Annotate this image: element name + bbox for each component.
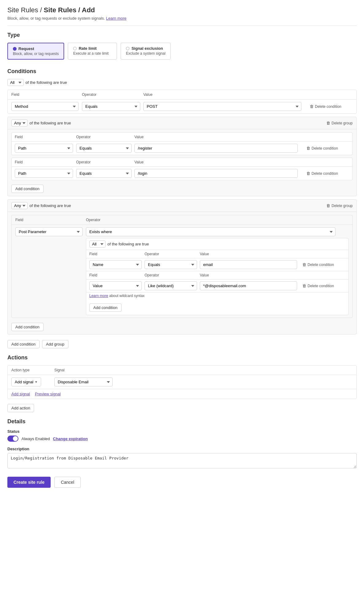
inner-row2-value-input[interactable] [200, 281, 297, 290]
signal-label: Signal [54, 368, 116, 372]
postparam-operator-select[interactable]: Exists where Equals [86, 227, 335, 236]
inner-row1-field-select[interactable]: Name Value [89, 260, 142, 269]
conditions-header: All Any of the following are true [7, 79, 357, 86]
postparam-header: Field Operator [12, 215, 352, 225]
group1-condition-row-2: Path Method Equals Contains 🗑 [12, 167, 352, 180]
learn-more-link[interactable]: Learn more [106, 16, 126, 21]
inner-row2-delete-button[interactable]: 🗑 Delete condition [302, 284, 334, 288]
main-add-condition-button[interactable]: Add condition [7, 340, 40, 348]
group1-any-select[interactable]: Any All [11, 119, 28, 127]
type-card-rate-limit-title: Rate limit [79, 46, 97, 51]
action-type-label: Action type [11, 368, 54, 372]
group1-row-header-2: Field Operator Value [12, 158, 352, 167]
top-delete-condition-button[interactable]: 🗑 Delete condition [310, 104, 341, 109]
group1-condition-table-2: Field Operator Value Path Method Equals … [11, 158, 353, 180]
type-card-rate-limit[interactable]: Rate limit Execute at a rate limit [68, 43, 117, 60]
toggle-knob [13, 436, 18, 441]
conditions-heading: Conditions [7, 68, 357, 75]
all-any-select-top[interactable]: All Any [7, 79, 24, 86]
actions-row: Add signal ▼ Disposable Email [8, 375, 356, 389]
add-action-button[interactable]: Add action [7, 404, 34, 412]
status-row: Always Enabled Change expiration [7, 436, 357, 442]
inner-row2-operator-select[interactable]: Like (wildcard) Equals [145, 281, 197, 290]
add-group-button[interactable]: Add group [42, 340, 68, 348]
group-2: Any All of the following are true 🗑 Dele… [7, 199, 357, 334]
description-textarea[interactable] [7, 453, 357, 468]
postparam-row: Post Parameter Path Method Exists where … [12, 225, 352, 318]
signal-select[interactable]: Disposable Email [54, 377, 113, 386]
group-1: Any All of the following are true 🗑 Dele… [7, 117, 357, 196]
group1-delete-button[interactable]: 🗑 Delete group [326, 121, 353, 125]
group2-add-condition-button[interactable]: Add condition [11, 323, 44, 331]
type-heading: Type [7, 32, 357, 38]
cancel-button[interactable]: Cancel [54, 477, 81, 488]
top-operator-select[interactable]: Equals Contains [82, 102, 140, 111]
type-card-signal-exclusion-desc: Exclude a system signal [126, 51, 165, 56]
trash-icon: 🗑 [310, 104, 314, 109]
page-title: Site Rules / Site Rules / Add [7, 6, 357, 14]
postparam-field-select[interactable]: Post Parameter Path Method [15, 227, 83, 236]
actions-heading: Actions [7, 354, 357, 361]
radio-signal-exclusion [126, 47, 130, 50]
inner-row1-value-input[interactable] [200, 260, 297, 269]
radio-rate-limit [73, 47, 77, 50]
wildcard-learn-more-link[interactable]: Learn more [89, 294, 108, 298]
group1-add-condition-button[interactable]: Add condition [11, 185, 44, 193]
group1-condition-row-1: Path Method Equals Contains 🗑 [12, 142, 352, 155]
group2-of-following: of the following are true [29, 203, 71, 208]
group-2-header: Any All of the following are true 🗑 Dele… [8, 200, 356, 212]
action-type-button[interactable]: Add signal ▼ [11, 377, 41, 386]
actions-links: Add signal Preview signal [8, 389, 356, 399]
trash-icon-g2: 🗑 [326, 203, 330, 208]
inner-row2-field-select[interactable]: Value Name [89, 281, 142, 290]
group2-delete-button[interactable]: 🗑 Delete group [326, 203, 353, 208]
inner-row-header-1: Field Operator Value [86, 250, 348, 258]
group2-any-select[interactable]: Any All [11, 202, 28, 209]
group-1-header: Any All of the following are true 🗑 Dele… [8, 117, 356, 129]
preview-signal-link[interactable]: Preview signal [35, 392, 61, 396]
top-field-select[interactable]: Method Path Post Parameter [11, 102, 79, 111]
group1-row-header-1: Field Operator Value [12, 133, 352, 142]
type-card-signal-exclusion-title: Signal exclusion [131, 46, 163, 51]
g1-row2-operator-select[interactable]: Equals Contains [76, 169, 132, 178]
inner-add-condition-button[interactable]: Add condition [89, 303, 122, 312]
g1-row2-delete-button[interactable]: 🗑 Delete condition [306, 171, 338, 176]
wildcard-note: Learn more about wildcard syntax [86, 292, 348, 300]
g1-row1-delete-button[interactable]: 🗑 Delete condition [306, 146, 338, 151]
create-site-rule-button[interactable]: Create site rule [7, 477, 51, 488]
radio-request [13, 47, 17, 51]
actions-table: Action type Signal Add signal ▼ Disposab… [7, 365, 357, 399]
inner-row1-operator-select[interactable]: Equals Contains [145, 260, 197, 269]
status-toggle[interactable] [7, 436, 18, 442]
g1-row1-operator-select[interactable]: Equals Contains [76, 144, 132, 153]
breadcrumb-add: Site Rules / Add [44, 6, 95, 14]
trash-icon-g1: 🗑 [326, 121, 330, 125]
inner-group: All Any of the following are true Field … [86, 238, 349, 315]
g1-row1-field-select[interactable]: Path Method [15, 144, 73, 153]
page-subtitle: Block, allow, or tag requests or exclude… [7, 16, 357, 21]
top-condition-header: Field Operator Value [8, 90, 356, 100]
type-card-rate-limit-desc: Execute at a rate limit [73, 51, 112, 56]
inner-row1-delete-button[interactable]: 🗑 Delete condition [302, 262, 334, 267]
details-section: Details Status Always Enabled Change exp… [7, 418, 357, 469]
group2-content: Field Operator Post Parameter Path Metho… [8, 212, 356, 334]
g1-row1-value-input[interactable] [134, 144, 298, 153]
bottom-buttons: Add condition Add group [7, 338, 357, 348]
g1-row2-field-select[interactable]: Path Method [15, 169, 73, 178]
g1-row2-value-input[interactable] [134, 169, 298, 178]
type-card-signal-exclusion[interactable]: Signal exclusion Exclude a system signal [121, 43, 171, 60]
field-label-top: Field [11, 92, 82, 97]
inner-all-select[interactable]: All Any [89, 241, 106, 248]
top-value-select[interactable]: POST GET [143, 102, 301, 111]
postparam-box: Field Operator Post Parameter Path Metho… [11, 215, 353, 318]
footer-buttons: Create site rule Cancel [7, 477, 357, 488]
type-card-request[interactable]: Request Block, allow, or tag requests [7, 43, 64, 60]
type-cards: Request Block, allow, or tag requests Ra… [7, 43, 357, 60]
actions-header: Action type Signal [8, 366, 356, 375]
add-signal-link[interactable]: Add signal [11, 392, 30, 396]
change-expiration-link[interactable]: Change expiration [53, 436, 88, 441]
action-type-caret: ▼ [35, 380, 38, 384]
top-condition-table: Field Operator Value Method Path Post Pa… [7, 90, 357, 114]
inner-of-following: of the following are true [107, 242, 149, 246]
top-condition-row: Method Path Post Parameter Equals Contai… [8, 100, 356, 113]
